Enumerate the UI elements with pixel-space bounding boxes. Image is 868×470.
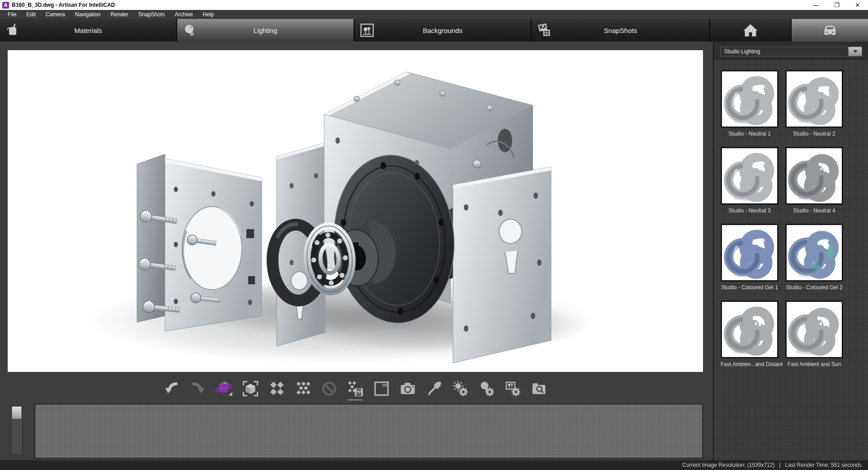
preset-thumbnail xyxy=(721,301,778,358)
preset-studio-neutral-4[interactable]: Studio - Neutral 4 xyxy=(785,147,843,214)
restore-button[interactable]: ❐ xyxy=(826,0,847,10)
eyedropper-icon[interactable] xyxy=(425,379,443,399)
preset-label: Fast Ambien...and Distant xyxy=(721,361,778,367)
lighting-preset-dropdown-value: Studio Lighting xyxy=(721,48,848,55)
tab-snapshots[interactable]: SnapShots xyxy=(532,19,709,42)
preset-thumbnail xyxy=(785,301,843,358)
tab-lighting[interactable]: Lighting xyxy=(177,19,354,42)
tab-backgrounds-label: Backgrounds xyxy=(354,27,531,34)
preset-thumbnail xyxy=(785,147,843,205)
tab-backgrounds[interactable]: Backgrounds xyxy=(354,19,531,42)
content-area xyxy=(0,42,713,460)
menu-navigation[interactable]: Navigation xyxy=(70,10,106,19)
preset-studio-neutral-2[interactable]: Studio - Neutral 2 xyxy=(785,70,843,137)
quality-save-icon[interactable] xyxy=(346,379,365,399)
preset-label: Fast Ambient and Sun xyxy=(785,361,843,367)
preset-fast-ambient-and-distant[interactable]: Fast Ambien...and Distant xyxy=(721,301,778,367)
preset-label: Studio - Coloured Gel 2 xyxy=(785,284,843,291)
preset-thumbnail xyxy=(721,224,778,282)
redo-icon[interactable] xyxy=(189,379,208,399)
preset-label: Studio - Neutral 3 xyxy=(721,207,778,214)
preset-studio-coloured-gel-2[interactable]: Studio - Coloured Gel 2 xyxy=(785,224,843,291)
home-icon xyxy=(742,22,759,38)
status-render-time: Last Render Time: 551 seconds xyxy=(785,462,862,468)
landscape-icon xyxy=(359,22,375,38)
menu-edit[interactable]: Edit xyxy=(21,10,41,19)
background-settings-icon[interactable] xyxy=(503,379,522,399)
app-logo-icon: A xyxy=(2,2,9,9)
tab-materials[interactable]: Materials xyxy=(0,19,176,42)
preset-studio-neutral-1[interactable]: Studio - Neutral 1 xyxy=(721,70,778,137)
browse-renders-icon[interactable] xyxy=(529,379,548,399)
tab-bar: Materials Lighting xyxy=(0,19,868,42)
preset-thumbnail xyxy=(785,70,843,128)
menu-help[interactable]: Help xyxy=(198,10,219,19)
preset-label: Studio - Coloured Gel 1 xyxy=(721,284,778,291)
home-tab[interactable] xyxy=(710,19,791,42)
window-title: B160_B_3D.dwg - Artisan For IntelliCAD xyxy=(12,2,115,8)
photo-stack-icon xyxy=(536,22,552,38)
active-tool-underline xyxy=(348,400,362,400)
light-bulb-icon xyxy=(182,22,198,38)
snapshot-camera-icon[interactable] xyxy=(398,379,417,399)
preset-thumbnail xyxy=(785,224,843,282)
menu-bar: File Edit Camera Navigation Render SnapS… xyxy=(0,10,868,19)
status-image-resolution: Current Image Resolution: (1539x712) xyxy=(682,462,774,468)
preset-label: Studio - Neutral 4 xyxy=(785,207,843,214)
render-viewport[interactable] xyxy=(8,50,703,372)
preset-label: Studio - Neutral 2 xyxy=(785,131,843,137)
app-window: A B160_B_3D.dwg - Artisan For IntelliCAD… xyxy=(0,0,868,470)
preset-thumbnail xyxy=(721,70,778,128)
quality-fine-icon[interactable] xyxy=(293,379,312,399)
menu-camera[interactable]: Camera xyxy=(41,10,70,19)
undo-icon[interactable] xyxy=(162,379,181,399)
title-bar: A B160_B_3D.dwg - Artisan For IntelliCAD… xyxy=(0,0,868,10)
menu-render[interactable]: Render xyxy=(105,10,133,19)
preset-fast-ambient-and-sun[interactable]: Fast Ambient and Sun xyxy=(785,301,843,367)
dropdown-arrow-button[interactable] xyxy=(848,47,862,56)
quality-coarse-icon[interactable] xyxy=(267,379,286,399)
sun-settings-icon[interactable] xyxy=(451,379,470,399)
vehicle-tab[interactable] xyxy=(792,19,868,42)
preset-thumbnail xyxy=(721,147,778,205)
paint-bucket-icon xyxy=(5,22,21,38)
render-region-icon[interactable] xyxy=(372,379,391,399)
lighting-presets-panel: Studio - Neutral 1 xyxy=(714,60,868,460)
main-area: Studio Lighting xyxy=(0,42,868,460)
close-button[interactable]: ✕ xyxy=(847,0,868,10)
window-controls: — ❐ ✕ xyxy=(806,0,868,10)
status-bar: Current Image Resolution: (1539x712) | L… xyxy=(0,460,868,470)
menu-file[interactable]: File xyxy=(3,10,21,19)
lighting-sidebar: Studio Lighting xyxy=(713,42,868,460)
lighting-preset-dropdown[interactable]: Studio Lighting xyxy=(720,47,862,56)
menu-archive[interactable]: Archive xyxy=(170,10,198,19)
light-settings-icon[interactable] xyxy=(477,379,496,399)
tray-scrollbar[interactable] xyxy=(11,405,23,455)
render-planet-icon[interactable] xyxy=(215,379,234,399)
car-icon xyxy=(822,22,838,38)
tab-lighting-label: Lighting xyxy=(177,27,354,34)
tab-materials-label: Materials xyxy=(0,27,176,34)
preset-studio-neutral-3[interactable]: Studio - Neutral 3 xyxy=(721,147,778,214)
render-off-icon[interactable] xyxy=(320,379,339,399)
render-cube-icon[interactable] xyxy=(241,379,260,399)
rendered-model-gearbox xyxy=(8,50,703,372)
chevron-down-icon xyxy=(853,50,858,53)
preset-studio-coloured-gel-1[interactable]: Studio - Coloured Gel 1 xyxy=(721,224,778,291)
render-toolbar xyxy=(8,376,703,401)
menu-snapshots[interactable]: SnapShots xyxy=(133,10,170,19)
minimize-button[interactable]: — xyxy=(806,0,826,10)
asset-tray[interactable] xyxy=(34,404,703,459)
tray-scrollbar-thumb[interactable] xyxy=(12,406,22,419)
status-separator: | xyxy=(779,462,780,468)
preset-label: Studio - Neutral 1 xyxy=(721,131,778,137)
tab-snapshots-label: SnapShots xyxy=(532,27,709,34)
